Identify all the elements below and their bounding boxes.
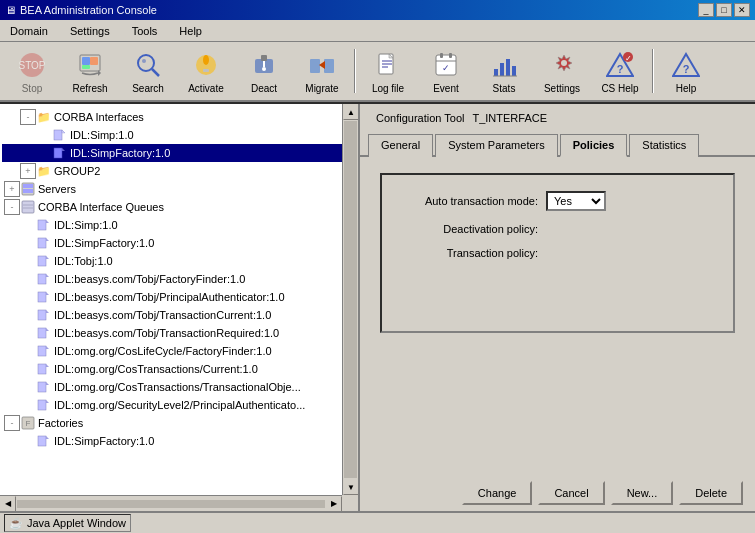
tree-item-corba-queues[interactable]: - CORBA Interface Queues bbox=[2, 198, 356, 216]
toolbar: STOP Stop Refresh Search bbox=[0, 42, 755, 102]
interface-icon-selected bbox=[52, 145, 68, 161]
interface-icon bbox=[52, 127, 68, 143]
cshelp-button[interactable]: ? ✓ CS Help bbox=[592, 45, 648, 97]
scroll-up-btn[interactable]: ▲ bbox=[343, 104, 359, 120]
logfile-button[interactable]: Log file bbox=[360, 45, 416, 97]
auto-transaction-select[interactable]: Yes No bbox=[546, 191, 606, 211]
maximize-button[interactable]: □ bbox=[716, 3, 732, 17]
svg-rect-51 bbox=[22, 201, 34, 213]
minimize-button[interactable]: _ bbox=[698, 3, 714, 17]
tree-label: IDL:SimpFactory:1.0 bbox=[54, 235, 154, 251]
tree-item-f-simpfactory[interactable]: IDL:SimpFactory:1.0 bbox=[2, 432, 356, 450]
tree-item-simp[interactable]: IDL:Simp:1.0 bbox=[2, 126, 356, 144]
svg-rect-62 bbox=[38, 292, 46, 302]
tree-item-q-tobj[interactable]: IDL:Tobj:1.0 bbox=[2, 252, 356, 270]
tree-item-q-omg-sl[interactable]: IDL:omg.org/SecurityLevel2/PrincipalAuth… bbox=[2, 396, 356, 414]
vert-scrollbar[interactable]: ▲ ▼ bbox=[342, 104, 358, 495]
cancel-button[interactable]: Cancel bbox=[538, 481, 604, 505]
activate-button[interactable]: Activate bbox=[178, 45, 234, 97]
delete-button[interactable]: Delete bbox=[679, 481, 743, 505]
transaction-label: Transaction policy: bbox=[398, 247, 538, 259]
tree-scroll-area[interactable]: - 📁 CORBA Interfaces IDL:Simp:1.0 bbox=[0, 104, 358, 495]
tree-item-q-beasys-pa[interactable]: IDL:beasys.com/Tobj/PrincipalAuthenticat… bbox=[2, 288, 356, 306]
expand-queues[interactable]: - bbox=[4, 199, 20, 215]
svg-marker-57 bbox=[46, 238, 49, 241]
tree-item-q-omg-to[interactable]: IDL:omg.org/CosTransactions/Transactiona… bbox=[2, 378, 356, 396]
stats-icon bbox=[488, 49, 520, 81]
new-button[interactable]: New... bbox=[611, 481, 674, 505]
scroll-left-btn[interactable]: ◀ bbox=[0, 496, 16, 512]
cshelp-label: CS Help bbox=[601, 83, 638, 94]
help-button[interactable]: ? Help bbox=[658, 45, 714, 97]
svg-rect-27 bbox=[440, 53, 443, 58]
expand-servers[interactable]: + bbox=[4, 181, 20, 197]
q-interface-icon bbox=[36, 289, 52, 305]
menu-settings[interactable]: Settings bbox=[64, 23, 116, 39]
config-tool-label: Configuration Tool bbox=[376, 112, 464, 124]
svg-rect-60 bbox=[38, 274, 46, 284]
stop-icon: STOP bbox=[16, 49, 48, 81]
logfile-label: Log file bbox=[372, 83, 404, 94]
q-interface-icon bbox=[36, 343, 52, 359]
change-button[interactable]: Change bbox=[462, 481, 533, 505]
tree-item-group2[interactable]: + 📁 GROUP2 bbox=[2, 162, 356, 180]
main-content: - 📁 CORBA Interfaces IDL:Simp:1.0 bbox=[0, 102, 755, 511]
scroll-down-btn[interactable]: ▼ bbox=[343, 479, 359, 495]
tab-policies[interactable]: Policies bbox=[560, 134, 628, 157]
menu-help[interactable]: Help bbox=[173, 23, 208, 39]
tree-label: IDL:beasys.com/Tobj/TransactionRequired:… bbox=[54, 325, 279, 341]
event-button[interactable]: ✓ Event bbox=[418, 45, 474, 97]
tab-general[interactable]: General bbox=[368, 134, 433, 157]
search-icon bbox=[132, 49, 164, 81]
q-interface-icon bbox=[36, 217, 52, 233]
svg-marker-63 bbox=[46, 292, 49, 295]
q-interface-icon bbox=[36, 253, 52, 269]
settings-button[interactable]: Settings bbox=[534, 45, 590, 97]
stats-button[interactable]: Stats bbox=[476, 45, 532, 97]
stop-button[interactable]: STOP Stop bbox=[4, 45, 60, 97]
factories-icon: F bbox=[20, 415, 36, 431]
expand-corba-interfaces[interactable]: - bbox=[20, 109, 36, 125]
config-tool-value: T_INTERFACE bbox=[472, 112, 547, 124]
tree-item-simpfactory[interactable]: IDL:SimpFactory:1.0 bbox=[2, 144, 356, 162]
tree-item-q-omg-ct[interactable]: IDL:omg.org/CosTransactions/Current:1.0 bbox=[2, 360, 356, 378]
scroll-right-btn[interactable]: ▶ bbox=[326, 496, 342, 512]
tree-item-q-omg-ff[interactable]: IDL:omg.org/CosLifeCycle/FactoryFinder:1… bbox=[2, 342, 356, 360]
svg-marker-65 bbox=[46, 310, 49, 313]
close-button[interactable]: ✕ bbox=[734, 3, 750, 17]
tree-item-q-beasys-ff[interactable]: IDL:beasys.com/Tobj/FactoryFinder:1.0 bbox=[2, 270, 356, 288]
migrate-button[interactable]: Migrate bbox=[294, 45, 350, 97]
tree-item-q-simpfactory[interactable]: IDL:SimpFactory:1.0 bbox=[2, 234, 356, 252]
tree-label: IDL:beasys.com/Tobj/PrincipalAuthenticat… bbox=[54, 289, 285, 305]
expand-group2[interactable]: + bbox=[20, 163, 36, 179]
tab-statistics[interactable]: Statistics bbox=[629, 134, 699, 157]
expand-factories[interactable]: - bbox=[4, 415, 20, 431]
menu-domain[interactable]: Domain bbox=[4, 23, 54, 39]
title-bar-controls[interactable]: _ □ ✕ bbox=[698, 3, 750, 17]
tree-item-q-beasys-tc[interactable]: IDL:beasys.com/Tobj/TransactionCurrent:1… bbox=[2, 306, 356, 324]
menu-tools[interactable]: Tools bbox=[126, 23, 164, 39]
refresh-button[interactable]: Refresh bbox=[62, 45, 118, 97]
deact-button[interactable]: Deact bbox=[236, 45, 292, 97]
svg-marker-59 bbox=[46, 256, 49, 259]
svg-point-7 bbox=[138, 55, 154, 71]
status-item: ☕ Java Applet Window bbox=[4, 514, 131, 532]
transaction-policy-row: Transaction policy: bbox=[398, 247, 717, 259]
title-bar: 🖥 BEA Administration Console _ □ ✕ bbox=[0, 0, 755, 20]
scroll-track-v[interactable] bbox=[344, 121, 357, 478]
svg-rect-34 bbox=[512, 66, 516, 76]
tree-label: IDL:beasys.com/Tobj/FactoryFinder:1.0 bbox=[54, 271, 245, 287]
search-button[interactable]: Search bbox=[120, 45, 176, 97]
tree-item-corba-interfaces[interactable]: - 📁 CORBA Interfaces bbox=[2, 108, 356, 126]
tree-item-factories[interactable]: - F Factories bbox=[2, 414, 356, 432]
tab-system-parameters[interactable]: System Parameters bbox=[435, 134, 558, 157]
help-icon: ? bbox=[670, 49, 702, 81]
tree-item-q-beasys-tr[interactable]: IDL:beasys.com/Tobj/TransactionRequired:… bbox=[2, 324, 356, 342]
tree-item-servers[interactable]: + Servers bbox=[2, 180, 356, 198]
svg-marker-67 bbox=[46, 328, 49, 331]
tree-item-q-simp[interactable]: IDL:Simp:1.0 bbox=[2, 216, 356, 234]
svg-marker-45 bbox=[62, 130, 65, 133]
horiz-scrollbar[interactable]: ◀ ▶ bbox=[0, 495, 342, 511]
scroll-track-h[interactable] bbox=[17, 500, 325, 508]
auto-transaction-row: Auto transaction mode: Yes No bbox=[398, 191, 717, 211]
